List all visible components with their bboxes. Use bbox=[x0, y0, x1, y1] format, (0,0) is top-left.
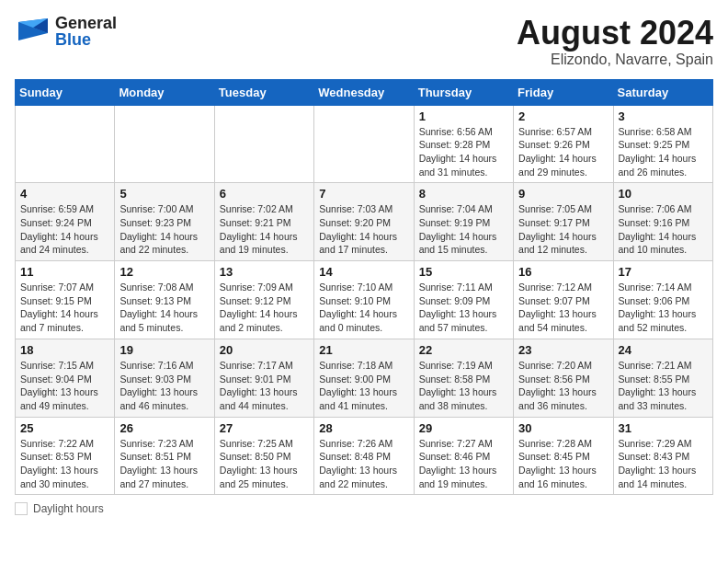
day-number: 20 bbox=[220, 343, 309, 357]
header-section: General Blue August 2024 Elizondo, Navar… bbox=[15, 15, 713, 68]
day-info: Sunrise: 7:27 AMSunset: 8:46 PMDaylight:… bbox=[419, 437, 508, 491]
day-cell: 19Sunrise: 7:16 AMSunset: 9:03 PMDayligh… bbox=[115, 339, 214, 417]
day-number: 15 bbox=[419, 265, 508, 279]
day-info: Sunrise: 7:07 AMSunset: 9:15 PMDaylight:… bbox=[20, 281, 109, 335]
day-info: Sunrise: 7:20 AMSunset: 8:56 PMDaylight:… bbox=[518, 359, 608, 413]
day-info: Sunrise: 6:57 AMSunset: 9:26 PMDaylight:… bbox=[518, 125, 608, 179]
day-number: 25 bbox=[20, 421, 109, 435]
day-number: 14 bbox=[319, 265, 408, 279]
day-cell: 8Sunrise: 7:04 AMSunset: 9:19 PMDaylight… bbox=[414, 183, 513, 261]
day-number: 16 bbox=[518, 265, 608, 279]
day-number: 19 bbox=[119, 343, 209, 357]
day-cell bbox=[214, 105, 313, 183]
day-number: 8 bbox=[419, 187, 508, 201]
day-cell: 16Sunrise: 7:12 AMSunset: 9:07 PMDayligh… bbox=[514, 261, 613, 339]
month-year: August 2024 bbox=[517, 15, 713, 52]
day-cell: 15Sunrise: 7:11 AMSunset: 9:09 PMDayligh… bbox=[414, 261, 513, 339]
day-cell: 11Sunrise: 7:07 AMSunset: 9:15 PMDayligh… bbox=[16, 261, 115, 339]
week-row-5: 25Sunrise: 7:22 AMSunset: 8:53 PMDayligh… bbox=[16, 417, 713, 495]
day-info: Sunrise: 7:02 AMSunset: 9:21 PMDaylight:… bbox=[220, 202, 309, 257]
day-info: Sunrise: 7:14 AMSunset: 9:06 PMDaylight:… bbox=[619, 281, 708, 335]
day-number: 18 bbox=[20, 343, 109, 357]
location: Elizondo, Navarre, Spain bbox=[517, 52, 713, 68]
day-number: 21 bbox=[319, 343, 408, 357]
day-cell: 29Sunrise: 7:27 AMSunset: 8:46 PMDayligh… bbox=[414, 417, 513, 495]
calendar-table: SundayMondayTuesdayWednesdayThursdayFrid… bbox=[15, 79, 713, 496]
day-info: Sunrise: 7:21 AMSunset: 8:55 PMDaylight:… bbox=[619, 359, 708, 413]
day-header-saturday: Saturday bbox=[613, 79, 712, 105]
logo-general-text: General bbox=[55, 15, 117, 31]
day-info: Sunrise: 7:26 AMSunset: 8:48 PMDaylight:… bbox=[319, 437, 408, 491]
day-cell: 7Sunrise: 7:03 AMSunset: 9:20 PMDaylight… bbox=[314, 183, 414, 261]
day-cell: 27Sunrise: 7:25 AMSunset: 8:50 PMDayligh… bbox=[214, 417, 313, 495]
week-row-3: 11Sunrise: 7:07 AMSunset: 9:15 PMDayligh… bbox=[16, 261, 713, 339]
day-cell: 1Sunrise: 6:56 AMSunset: 9:28 PMDaylight… bbox=[414, 105, 513, 183]
day-number: 9 bbox=[518, 187, 608, 201]
day-cell: 18Sunrise: 7:15 AMSunset: 9:04 PMDayligh… bbox=[16, 339, 115, 417]
day-cell bbox=[314, 105, 414, 183]
day-info: Sunrise: 7:11 AMSunset: 9:09 PMDaylight:… bbox=[419, 281, 508, 335]
day-header-sunday: Sunday bbox=[16, 79, 115, 105]
days-header-row: SundayMondayTuesdayWednesdayThursdayFrid… bbox=[16, 79, 713, 105]
logo-icon bbox=[15, 15, 51, 48]
daylight-box bbox=[15, 502, 28, 515]
day-cell: 13Sunrise: 7:09 AMSunset: 9:12 PMDayligh… bbox=[214, 261, 313, 339]
day-number: 2 bbox=[518, 109, 608, 123]
day-cell: 2Sunrise: 6:57 AMSunset: 9:26 PMDaylight… bbox=[514, 105, 613, 183]
day-cell: 22Sunrise: 7:19 AMSunset: 8:58 PMDayligh… bbox=[414, 339, 513, 417]
day-info: Sunrise: 7:29 AMSunset: 8:43 PMDaylight:… bbox=[619, 437, 708, 491]
day-header-monday: Monday bbox=[115, 79, 214, 105]
day-number: 27 bbox=[220, 421, 309, 435]
day-cell: 30Sunrise: 7:28 AMSunset: 8:45 PMDayligh… bbox=[514, 417, 613, 495]
day-header-thursday: Thursday bbox=[414, 79, 513, 105]
day-info: Sunrise: 7:18 AMSunset: 9:00 PMDaylight:… bbox=[319, 359, 408, 413]
day-cell bbox=[16, 105, 115, 183]
day-info: Sunrise: 7:08 AMSunset: 9:13 PMDaylight:… bbox=[119, 281, 209, 335]
day-cell: 6Sunrise: 7:02 AMSunset: 9:21 PMDaylight… bbox=[214, 183, 313, 261]
day-info: Sunrise: 7:10 AMSunset: 9:10 PMDaylight:… bbox=[319, 281, 408, 335]
day-cell: 23Sunrise: 7:20 AMSunset: 8:56 PMDayligh… bbox=[514, 339, 613, 417]
day-info: Sunrise: 7:22 AMSunset: 8:53 PMDaylight:… bbox=[20, 437, 109, 491]
day-info: Sunrise: 7:05 AMSunset: 9:17 PMDaylight:… bbox=[518, 202, 608, 257]
day-number: 12 bbox=[119, 265, 209, 279]
day-info: Sunrise: 7:23 AMSunset: 8:51 PMDaylight:… bbox=[119, 437, 209, 491]
footer-note: Daylight hours bbox=[15, 502, 713, 515]
day-cell: 24Sunrise: 7:21 AMSunset: 8:55 PMDayligh… bbox=[613, 339, 712, 417]
logo-blue-text: Blue bbox=[55, 31, 117, 48]
day-info: Sunrise: 7:19 AMSunset: 8:58 PMDaylight:… bbox=[419, 359, 508, 413]
day-cell: 10Sunrise: 7:06 AMSunset: 9:16 PMDayligh… bbox=[613, 183, 712, 261]
day-cell: 12Sunrise: 7:08 AMSunset: 9:13 PMDayligh… bbox=[115, 261, 214, 339]
day-number: 6 bbox=[220, 187, 309, 201]
day-number: 11 bbox=[20, 265, 109, 279]
day-header-tuesday: Tuesday bbox=[214, 79, 313, 105]
day-info: Sunrise: 7:16 AMSunset: 9:03 PMDaylight:… bbox=[119, 359, 209, 413]
day-number: 31 bbox=[619, 421, 708, 435]
day-info: Sunrise: 7:00 AMSunset: 9:23 PMDaylight:… bbox=[119, 202, 209, 257]
logo-label: General Blue bbox=[55, 15, 117, 48]
day-number: 30 bbox=[518, 421, 608, 435]
day-info: Sunrise: 7:17 AMSunset: 9:01 PMDaylight:… bbox=[220, 359, 309, 413]
day-cell: 3Sunrise: 6:58 AMSunset: 9:25 PMDaylight… bbox=[613, 105, 712, 183]
day-number: 7 bbox=[319, 187, 408, 201]
day-cell: 20Sunrise: 7:17 AMSunset: 9:01 PMDayligh… bbox=[214, 339, 313, 417]
title-area: August 2024 Elizondo, Navarre, Spain bbox=[517, 15, 713, 68]
day-cell: 21Sunrise: 7:18 AMSunset: 9:00 PMDayligh… bbox=[314, 339, 414, 417]
day-number: 26 bbox=[119, 421, 209, 435]
week-row-4: 18Sunrise: 7:15 AMSunset: 9:04 PMDayligh… bbox=[16, 339, 713, 417]
day-cell: 31Sunrise: 7:29 AMSunset: 8:43 PMDayligh… bbox=[613, 417, 712, 495]
day-info: Sunrise: 7:03 AMSunset: 9:20 PMDaylight:… bbox=[319, 202, 408, 257]
day-number: 4 bbox=[20, 187, 109, 201]
day-info: Sunrise: 7:04 AMSunset: 9:19 PMDaylight:… bbox=[419, 202, 508, 257]
daylight-label: Daylight hours bbox=[33, 502, 104, 515]
week-row-1: 1Sunrise: 6:56 AMSunset: 9:28 PMDaylight… bbox=[16, 105, 713, 183]
day-number: 10 bbox=[619, 187, 708, 201]
day-header-friday: Friday bbox=[514, 79, 613, 105]
day-number: 5 bbox=[119, 187, 209, 201]
day-cell: 4Sunrise: 6:59 AMSunset: 9:24 PMDaylight… bbox=[16, 183, 115, 261]
day-cell: 25Sunrise: 7:22 AMSunset: 8:53 PMDayligh… bbox=[16, 417, 115, 495]
day-number: 23 bbox=[518, 343, 608, 357]
day-header-wednesday: Wednesday bbox=[314, 79, 414, 105]
day-info: Sunrise: 6:58 AMSunset: 9:25 PMDaylight:… bbox=[619, 125, 708, 179]
day-cell: 28Sunrise: 7:26 AMSunset: 8:48 PMDayligh… bbox=[314, 417, 414, 495]
day-info: Sunrise: 7:28 AMSunset: 8:45 PMDaylight:… bbox=[518, 437, 608, 491]
